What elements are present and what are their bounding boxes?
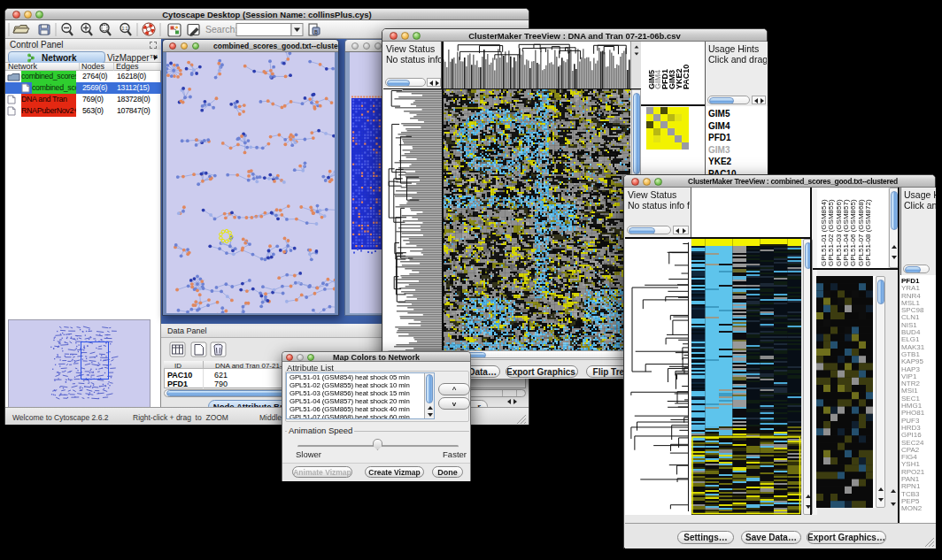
svg-text:1:1: 1:1: [122, 26, 128, 31]
svg-text:B: B: [314, 29, 318, 35]
svg-text:Search:: Search:: [205, 24, 237, 35]
